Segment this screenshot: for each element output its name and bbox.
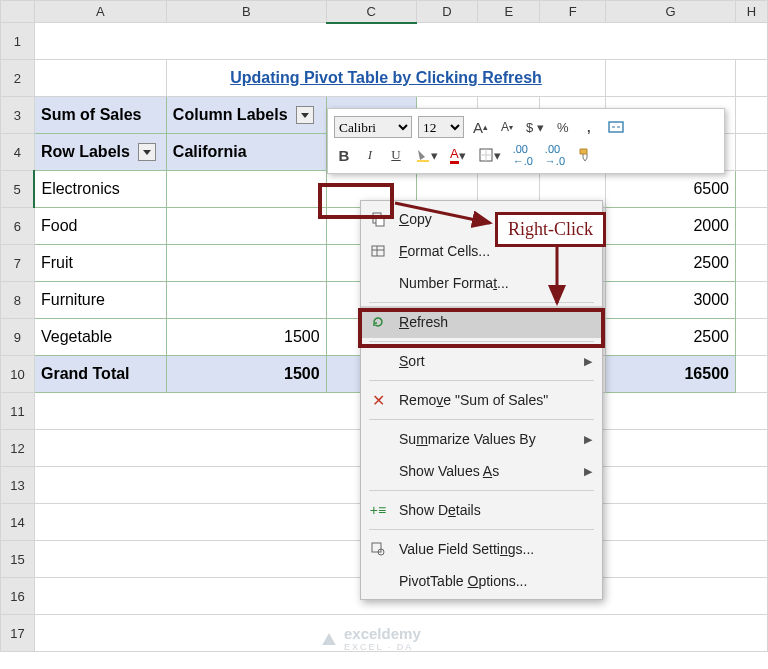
menu-separator bbox=[369, 341, 594, 342]
menu-number-format[interactable]: Number Format... bbox=[361, 267, 602, 299]
currency-icon[interactable]: $ ▾ bbox=[523, 116, 547, 138]
menu-remove[interactable]: ✕ Remove "Sum of Sales" bbox=[361, 384, 602, 416]
col-header-e[interactable]: E bbox=[478, 1, 540, 23]
row-header-4[interactable]: 4 bbox=[1, 134, 35, 171]
table-cell[interactable]: 2500 bbox=[606, 319, 736, 356]
column-labels-dropdown[interactable] bbox=[296, 106, 314, 124]
copy-icon bbox=[367, 211, 389, 227]
col-header-f[interactable]: F bbox=[540, 1, 606, 23]
table-row[interactable]: Furniture bbox=[34, 282, 166, 319]
italic-icon[interactable]: I bbox=[360, 144, 380, 166]
table-cell[interactable] bbox=[166, 171, 326, 208]
row-header-3[interactable]: 3 bbox=[1, 97, 35, 134]
svg-rect-0 bbox=[609, 122, 623, 132]
underline-icon[interactable]: U bbox=[386, 144, 406, 166]
menu-separator bbox=[369, 302, 594, 303]
remove-icon: ✕ bbox=[367, 391, 389, 410]
chevron-right-icon: ▶ bbox=[584, 433, 592, 446]
table-cell[interactable]: 1500 bbox=[166, 319, 326, 356]
row-header-15[interactable]: 15 bbox=[1, 541, 35, 578]
increase-font-icon[interactable]: A▴ bbox=[470, 116, 491, 138]
grand-total-cell[interactable]: 16500 bbox=[606, 356, 736, 393]
table-row[interactable]: Electronics bbox=[34, 171, 166, 208]
menu-separator bbox=[369, 380, 594, 381]
percent-icon[interactable]: % bbox=[553, 116, 573, 138]
menu-refresh[interactable]: Refresh bbox=[361, 306, 602, 338]
expand-icon: +≡ bbox=[367, 502, 389, 518]
table-row[interactable]: Food bbox=[34, 208, 166, 245]
decrease-font-icon[interactable]: A▾ bbox=[497, 116, 517, 138]
row-header-13[interactable]: 13 bbox=[1, 467, 35, 504]
col-header-h[interactable]: H bbox=[735, 1, 767, 23]
col-header-a[interactable]: A bbox=[34, 1, 166, 23]
fill-color-icon[interactable]: ▾ bbox=[412, 144, 441, 166]
svg-rect-7 bbox=[372, 246, 384, 256]
row-header-11[interactable]: 11 bbox=[1, 393, 35, 430]
svg-rect-10 bbox=[372, 543, 381, 552]
increase-decimal-icon[interactable]: .00→.0 bbox=[542, 144, 568, 166]
table-cell[interactable]: 2000 bbox=[606, 208, 736, 245]
context-menu: Copy Format Cells... Number Format... Re… bbox=[360, 200, 603, 600]
menu-value-field-settings[interactable]: Value Field Settings... bbox=[361, 533, 602, 565]
col-header-g[interactable]: G bbox=[606, 1, 736, 23]
svg-rect-6 bbox=[376, 216, 384, 226]
menu-show-values-as[interactable]: Show Values As ▶ bbox=[361, 455, 602, 487]
table-row[interactable]: Fruit bbox=[34, 245, 166, 282]
row-header-9[interactable]: 9 bbox=[1, 319, 35, 356]
table-row[interactable]: Vegetable bbox=[34, 319, 166, 356]
font-color-icon[interactable]: A▾ bbox=[447, 144, 469, 166]
col-header-b[interactable]: B bbox=[166, 1, 326, 23]
row-header-2[interactable]: 2 bbox=[1, 60, 35, 97]
watermark: exceldemy EXCEL · DA bbox=[320, 625, 421, 652]
row-header-1[interactable]: 1 bbox=[1, 23, 35, 60]
pivot-sum-label[interactable]: Sum of Sales bbox=[34, 97, 166, 134]
svg-rect-1 bbox=[417, 160, 429, 162]
menu-summarize[interactable]: Summarize Values By ▶ bbox=[361, 423, 602, 455]
menu-separator bbox=[369, 419, 594, 420]
pivot-column-labels[interactable]: Column Labels bbox=[166, 97, 326, 134]
font-size-select[interactable]: 12 bbox=[418, 116, 464, 138]
col-header-d[interactable]: D bbox=[416, 1, 478, 23]
select-all-corner[interactable] bbox=[1, 1, 35, 23]
font-name-select[interactable]: Calibri bbox=[334, 116, 412, 138]
page-title: Updating Pivot Table by Clicking Refresh bbox=[166, 60, 605, 97]
menu-pivottable-options[interactable]: PivotTable Options... bbox=[361, 565, 602, 597]
annotation-right-click-label: Right-Click bbox=[495, 212, 606, 247]
comma-icon[interactable]: , bbox=[579, 116, 599, 138]
menu-show-details[interactable]: +≡ Show Details bbox=[361, 494, 602, 526]
table-cell[interactable]: 6500 bbox=[606, 171, 736, 208]
row-header-5[interactable]: 5 bbox=[1, 171, 35, 208]
table-cell[interactable]: 2500 bbox=[606, 245, 736, 282]
chevron-right-icon: ▶ bbox=[584, 355, 592, 368]
decrease-decimal-icon[interactable]: .00←.0 bbox=[510, 144, 536, 166]
merge-icon[interactable] bbox=[605, 116, 627, 138]
col-header-c[interactable]: C bbox=[326, 1, 416, 23]
borders-icon[interactable]: ▾ bbox=[475, 144, 504, 166]
row-header-10[interactable]: 10 bbox=[1, 356, 35, 393]
row-header-12[interactable]: 12 bbox=[1, 430, 35, 467]
format-painter-icon[interactable] bbox=[574, 144, 596, 166]
row-labels-dropdown[interactable] bbox=[138, 143, 156, 161]
table-cell[interactable]: 3000 bbox=[606, 282, 736, 319]
settings-icon bbox=[367, 541, 389, 557]
pivot-state-california[interactable]: California bbox=[166, 134, 326, 171]
row-header-8[interactable]: 8 bbox=[1, 282, 35, 319]
pivot-row-labels[interactable]: Row Labels bbox=[34, 134, 166, 171]
grand-total-label[interactable]: Grand Total bbox=[34, 356, 166, 393]
menu-sort[interactable]: Sort ▶ bbox=[361, 345, 602, 377]
chevron-right-icon: ▶ bbox=[584, 465, 592, 478]
grand-total-cell[interactable]: 1500 bbox=[166, 356, 326, 393]
bold-icon[interactable]: B bbox=[334, 144, 354, 166]
refresh-icon bbox=[367, 314, 389, 330]
row-header-16[interactable]: 16 bbox=[1, 578, 35, 615]
row-header-14[interactable]: 14 bbox=[1, 504, 35, 541]
menu-separator bbox=[369, 529, 594, 530]
row-header-6[interactable]: 6 bbox=[1, 208, 35, 245]
row-header-17[interactable]: 17 bbox=[1, 615, 35, 652]
format-cells-icon bbox=[367, 243, 389, 259]
mini-toolbar[interactable]: Calibri 12 A▴ A▾ $ ▾ % , B I U ▾ A▾ ▾ .0… bbox=[327, 108, 725, 174]
row-header-7[interactable]: 7 bbox=[1, 245, 35, 282]
menu-separator bbox=[369, 490, 594, 491]
